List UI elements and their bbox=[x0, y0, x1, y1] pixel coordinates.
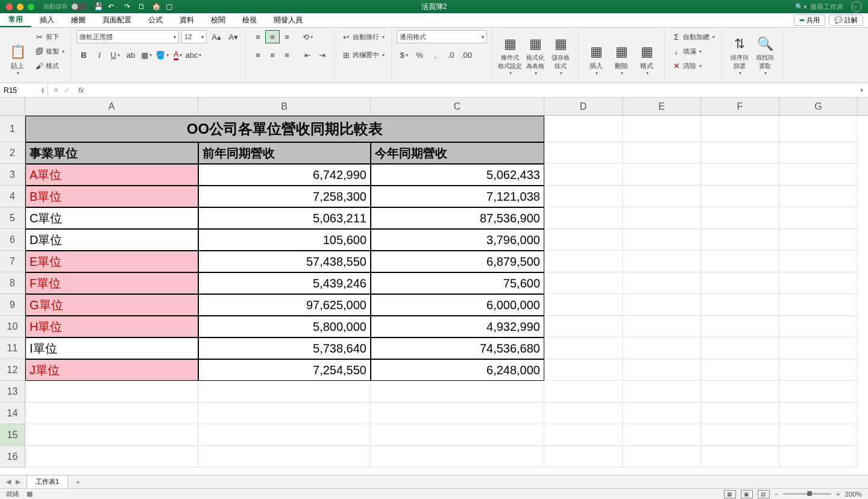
cancel-formula-icon[interactable]: ✕ bbox=[53, 86, 59, 95]
row-header[interactable]: 13 bbox=[0, 381, 25, 403]
cell[interactable] bbox=[371, 403, 544, 424]
next-sheet-icon[interactable]: ▶ bbox=[16, 478, 20, 486]
maximize-window-icon[interactable] bbox=[28, 4, 34, 10]
cell[interactable] bbox=[701, 164, 779, 186]
macro-icon[interactable]: ▦ bbox=[27, 490, 33, 498]
format-cells-button[interactable]: ▦格式 bbox=[634, 30, 659, 77]
column-header[interactable]: D bbox=[544, 98, 623, 115]
delete-cells-button[interactable]: ▦刪除 bbox=[609, 30, 634, 77]
prev-revenue-cell[interactable]: 7,254,550 bbox=[198, 359, 371, 381]
print-icon[interactable]: ▢ bbox=[166, 2, 175, 11]
cell[interactable] bbox=[198, 403, 371, 424]
tab-insert[interactable]: 插入 bbox=[31, 13, 63, 27]
zoom-level[interactable]: 200% bbox=[845, 491, 862, 498]
cell[interactable] bbox=[779, 272, 858, 294]
row-header[interactable]: 6 bbox=[0, 229, 25, 251]
align-middle-icon[interactable]: ≡ bbox=[265, 30, 280, 43]
cell[interactable] bbox=[623, 142, 701, 164]
home-icon[interactable]: 🏠 bbox=[152, 2, 160, 11]
format-painter-button[interactable]: 🖌格式 bbox=[33, 59, 66, 72]
increase-font-icon[interactable]: A▴ bbox=[209, 30, 224, 43]
cell[interactable] bbox=[544, 446, 623, 468]
cell[interactable] bbox=[623, 186, 701, 207]
row-header[interactable]: 11 bbox=[0, 337, 25, 359]
cell[interactable] bbox=[779, 446, 858, 468]
borders-icon[interactable]: ▦ bbox=[139, 48, 154, 61]
row-header[interactable]: 16 bbox=[0, 446, 25, 468]
cell[interactable] bbox=[779, 164, 858, 186]
unit-cell[interactable]: A單位 bbox=[25, 164, 198, 186]
cell[interactable] bbox=[623, 229, 701, 251]
unit-cell[interactable]: D單位 bbox=[25, 229, 198, 251]
prev-revenue-cell[interactable]: 5,800,000 bbox=[198, 316, 371, 337]
account-icon[interactable]: ☺ bbox=[851, 1, 862, 12]
sort-filter-button[interactable]: ⇅排序與 篩選 bbox=[727, 30, 752, 77]
cell[interactable] bbox=[701, 403, 779, 424]
cell[interactable] bbox=[701, 294, 779, 316]
cell[interactable] bbox=[779, 186, 858, 207]
tab-page-layout[interactable]: 頁面配置 bbox=[94, 13, 140, 27]
column-header[interactable]: F bbox=[701, 98, 779, 115]
zoom-slider[interactable] bbox=[783, 493, 831, 495]
cell[interactable] bbox=[544, 403, 623, 424]
cell[interactable] bbox=[544, 337, 623, 359]
cell[interactable] bbox=[623, 294, 701, 316]
autosum-button[interactable]: Σ自動加總 bbox=[670, 30, 717, 43]
row-header[interactable]: 9 bbox=[0, 294, 25, 316]
cell[interactable] bbox=[701, 186, 779, 207]
cell[interactable] bbox=[25, 446, 198, 468]
align-left-icon[interactable]: ≡ bbox=[251, 48, 265, 61]
cell[interactable] bbox=[623, 272, 701, 294]
table-title[interactable]: OO公司各單位營收同期比較表 bbox=[25, 116, 544, 142]
cell[interactable] bbox=[371, 424, 544, 446]
cell[interactable] bbox=[779, 403, 858, 424]
cell[interactable] bbox=[544, 381, 623, 403]
cell[interactable] bbox=[544, 294, 623, 316]
tab-draw[interactable]: 繪圖 bbox=[63, 13, 94, 27]
number-format-select[interactable]: 通用格式▾ bbox=[397, 30, 487, 43]
merge-center-button[interactable]: ⊞跨欄置中 bbox=[339, 48, 386, 61]
curr-revenue-cell[interactable]: 4,932,990 bbox=[371, 316, 544, 337]
curr-revenue-cell[interactable]: 5,062,433 bbox=[371, 164, 544, 186]
comma-icon[interactable]: , bbox=[428, 48, 442, 61]
row-header[interactable]: 8 bbox=[0, 272, 25, 294]
cell[interactable] bbox=[701, 229, 779, 251]
curr-revenue-cell[interactable]: 75,600 bbox=[371, 272, 544, 294]
prev-revenue-cell[interactable]: 57,438,550 bbox=[198, 251, 371, 272]
fill-color-icon[interactable]: 🪣 bbox=[155, 48, 169, 61]
tab-view[interactable]: 檢視 bbox=[234, 13, 265, 27]
cell[interactable] bbox=[701, 424, 779, 446]
unit-cell[interactable]: I單位 bbox=[25, 337, 198, 359]
column-header[interactable]: G bbox=[779, 98, 858, 115]
cell[interactable] bbox=[701, 142, 779, 164]
sheet-tab[interactable]: 工作表1 bbox=[27, 475, 68, 489]
enter-formula-icon[interactable]: ✓ bbox=[64, 86, 70, 95]
cell[interactable] bbox=[701, 359, 779, 381]
orientation-icon[interactable]: ⟲ bbox=[300, 30, 315, 43]
minimize-window-icon[interactable] bbox=[17, 4, 24, 10]
cell[interactable] bbox=[779, 359, 858, 381]
page-layout-view-icon[interactable]: ▣ bbox=[741, 490, 753, 498]
currency-icon[interactable]: $ bbox=[397, 48, 411, 61]
cell[interactable] bbox=[701, 381, 779, 403]
row-header[interactable]: 5 bbox=[0, 207, 25, 229]
cell[interactable] bbox=[779, 229, 858, 251]
spreadsheet-grid[interactable]: ABCDEFG 12345678910111213141516 OO公司各單位營… bbox=[0, 98, 868, 476]
new-file-icon[interactable]: 🗋 bbox=[137, 2, 146, 11]
cell[interactable] bbox=[701, 446, 779, 468]
row-header[interactable]: 7 bbox=[0, 251, 25, 272]
underline-icon[interactable]: U bbox=[108, 48, 122, 61]
prev-revenue-cell[interactable]: 5,439,246 bbox=[198, 272, 371, 294]
cell[interactable] bbox=[623, 251, 701, 272]
italic-icon[interactable]: I bbox=[92, 48, 107, 61]
column-header[interactable]: E bbox=[623, 98, 701, 115]
prev-revenue-cell[interactable]: 97,625,000 bbox=[198, 294, 371, 316]
cell[interactable] bbox=[544, 207, 623, 229]
comments-button[interactable]: 💬註解 bbox=[829, 14, 863, 26]
row-header[interactable]: 10 bbox=[0, 316, 25, 337]
prev-revenue-cell[interactable]: 7,258,300 bbox=[198, 186, 371, 207]
cell[interactable] bbox=[198, 381, 371, 403]
cell[interactable] bbox=[544, 359, 623, 381]
zoom-in-icon[interactable]: + bbox=[836, 491, 840, 498]
unit-cell[interactable]: J單位 bbox=[25, 359, 198, 381]
